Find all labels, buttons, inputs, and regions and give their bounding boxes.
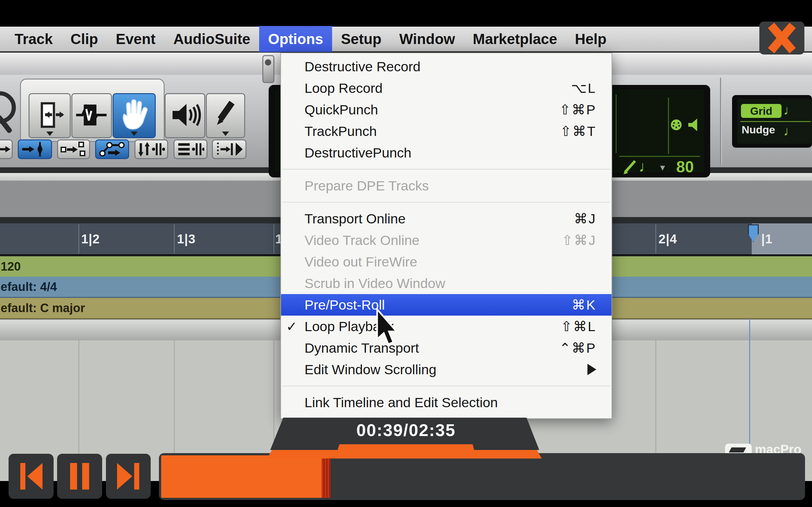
- tempo-value[interactable]: 80: [676, 158, 694, 176]
- menu-item-label: Loop Playback: [305, 319, 561, 334]
- tab-to-transient-button[interactable]: [18, 139, 52, 159]
- menubar-item-event[interactable]: Event: [107, 26, 164, 52]
- menubar-item-marketplace[interactable]: Marketplace: [464, 26, 566, 52]
- menubar-item-audiosuite[interactable]: AudioSuite: [164, 26, 259, 52]
- ruler-tick: [78, 224, 79, 253]
- menu-item-label: Edit Window Scrolling: [305, 362, 588, 377]
- tempo-dropdown-icon[interactable]: ▼: [658, 163, 667, 173]
- menu-item-video-track-online[interactable]: Video Track Online⇧⌘J: [281, 229, 612, 251]
- menubar-item-setup[interactable]: Setup: [332, 26, 391, 52]
- insertion-follows-button[interactable]: [57, 139, 90, 159]
- menu-item-prepare-dpe-tracks[interactable]: Prepare DPE Tracks: [281, 175, 612, 196]
- menu-item-shortcut: ⇧⌘J: [561, 232, 596, 248]
- menu-item-label: Link Timeline and Edit Selection: [305, 395, 596, 410]
- menubar-item-track[interactable]: Track: [6, 26, 61, 52]
- menu-item-shortcut: ⌃⌘P: [559, 340, 596, 356]
- menu-item-video-out-firewire[interactable]: Video out FireWire: [281, 251, 612, 273]
- menu-separator: [281, 380, 612, 392]
- pause-button[interactable]: [57, 454, 102, 499]
- key-row-label: efault: C major: [1, 301, 85, 315]
- nudge-label[interactable]: Nudge: [742, 124, 775, 136]
- menu-separator: [281, 164, 612, 175]
- scrubber-tool-button[interactable]: [165, 93, 205, 138]
- chevron-down-icon: [46, 131, 53, 136]
- lcd-divider: [619, 156, 700, 157]
- menu-item-destructive-record[interactable]: Destructive Record: [281, 56, 612, 77]
- menubar-item-window[interactable]: Window: [391, 26, 464, 52]
- tempo-pencil-icon: [621, 159, 640, 176]
- grid-mode-button[interactable]: Grid: [741, 104, 781, 118]
- grabber-hand-icon: [118, 98, 151, 133]
- video-playhead[interactable]: [322, 455, 331, 498]
- menu-item-shortcut: ⇧⌘P: [559, 102, 596, 118]
- menu-item-label: Video out FireWire: [305, 254, 596, 270]
- insertion-marker-button[interactable]: [212, 139, 247, 159]
- skip-back-icon: [16, 462, 46, 491]
- grid-note-icon[interactable]: ♩: [783, 103, 797, 118]
- menu-item-label: TrackPunch: [305, 124, 560, 139]
- divider: [720, 78, 721, 165]
- menu-item-dynamic-transport[interactable]: Dynamic Transport⌃⌘P: [281, 337, 612, 359]
- nudge-note-icon[interactable]: ♩: [783, 124, 797, 139]
- menu-item-label: Destructive Record: [305, 59, 596, 74]
- pause-icon: [64, 462, 95, 491]
- menubar-item-clip[interactable]: Clip: [61, 26, 107, 52]
- ruler-tick: [174, 224, 175, 253]
- tempo-note-icon: ♩: [639, 158, 654, 175]
- menu-item-label: Dynamic Transport: [305, 340, 559, 356]
- menu-item-trackpunch[interactable]: TrackPunch⇧⌘T: [281, 120, 612, 142]
- mouse-cursor-icon: [375, 308, 402, 347]
- menu-item-label: Scrub in Video Window: [305, 276, 596, 291]
- ruler-selection-region: [752, 223, 812, 255]
- selector-tool-icon: [74, 98, 109, 133]
- options-dropdown-menu: Destructive RecordLoop Record⌥LQuickPunc…: [281, 53, 612, 419]
- submenu-arrow-icon: [588, 364, 596, 375]
- menu-bar: TrackClipEventAudioSuiteOptionsSetupWind…: [0, 26, 812, 53]
- skip-back-button[interactable]: [9, 454, 54, 499]
- menu-item-shortcut: ⌘K: [571, 297, 596, 313]
- menu-item-label: Loop Record: [305, 80, 571, 96]
- menu-item-edit-window-scrolling[interactable]: Edit Window Scrolling: [281, 359, 612, 380]
- skip-forward-button[interactable]: [106, 454, 151, 499]
- video-timestamp: 00:39/02:35: [303, 420, 509, 440]
- session-icon: [262, 55, 274, 83]
- menubar-item-options[interactable]: Options: [259, 26, 332, 52]
- menu-item-pre-post-roll[interactable]: Pre/Post-Roll⌘K: [281, 294, 612, 316]
- chevron-down-icon: [222, 131, 229, 136]
- menu-item-label: DestructivePunch: [305, 145, 596, 161]
- menu-item-shortcut: ⇧⌘L: [561, 319, 596, 334]
- mirrored-midi-button[interactable]: [173, 139, 207, 159]
- edit-mode-partial-button[interactable]: [0, 139, 13, 159]
- trim-tool-button[interactable]: [29, 93, 71, 138]
- midi-speaker-icons: [670, 117, 705, 133]
- link-track-edit-button[interactable]: [135, 139, 168, 159]
- pencil-tool-button[interactable]: [206, 93, 245, 138]
- menu-item-shortcut: ⌥L: [571, 80, 596, 96]
- divider: [721, 78, 722, 165]
- menu-item-loop-playback[interactable]: ✓Loop Playback⇧⌘L: [281, 316, 612, 337]
- ruler-label: 1|2: [81, 232, 100, 246]
- menu-item-label: Prepare DPE Tracks: [305, 178, 596, 193]
- menu-item-scrub-in-video-window[interactable]: Scrub in Video Window: [281, 273, 612, 294]
- zoom-tool-icon[interactable]: [0, 89, 16, 140]
- ruler-label: 1|3: [177, 232, 196, 246]
- menu-item-label: Transport Online: [305, 211, 574, 227]
- divider: [740, 121, 811, 122]
- ruler-label: |1: [761, 232, 772, 246]
- close-button[interactable]: [759, 21, 804, 55]
- grabber-tool-button[interactable]: [113, 93, 156, 138]
- menu-item-transport-online[interactable]: Transport Online⌘J: [281, 208, 612, 229]
- menu-item-link-timeline-and-edit-selection[interactable]: Link Timeline and Edit Selection: [281, 392, 612, 413]
- menu-separator: [281, 196, 612, 208]
- checkmark-icon: ✓: [286, 319, 297, 334]
- speaker-icon: [167, 98, 202, 133]
- link-selection-button[interactable]: [95, 139, 129, 159]
- lcd-divider: [616, 95, 617, 153]
- menu-item-quickpunch[interactable]: QuickPunch⇧⌘P: [281, 99, 612, 120]
- meter-row-label: efault: 4/4: [1, 280, 57, 294]
- selector-tool-button[interactable]: [71, 93, 112, 138]
- menu-item-label: QuickPunch: [305, 102, 559, 118]
- menu-item-destructivepunch[interactable]: DestructivePunch: [281, 142, 612, 164]
- menu-item-loop-record[interactable]: Loop Record⌥L: [281, 77, 612, 99]
- menubar-item-help[interactable]: Help: [566, 26, 615, 52]
